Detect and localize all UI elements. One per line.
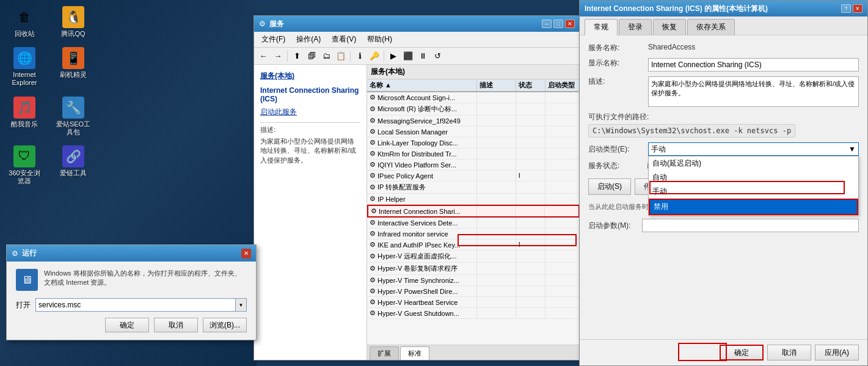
props-cancel-button[interactable]: 取消 (767, 345, 811, 361)
service-row[interactable]: ⚙IP 转换配置服务 (367, 181, 580, 194)
service-row[interactable]: ⚙Infrared monitor service (367, 229, 580, 240)
service-row[interactable]: ⚙Link-Layer Topology Disc... (367, 137, 580, 148)
service-row[interactable]: ⚙Internet Connection Shari... (367, 205, 580, 218)
toolbar-btn2[interactable]: 🗐 (305, 49, 318, 63)
service-icon: ⚙ (370, 219, 376, 227)
toolbar-btn4[interactable]: 📋 (334, 49, 348, 63)
tab-expand[interactable]: 扩展 (370, 346, 399, 360)
menu-action[interactable]: 操作(A) (291, 33, 326, 46)
tab-recovery[interactable]: 恢复 (653, 19, 686, 35)
service-row[interactable]: ⚙IP Helper (367, 194, 580, 205)
services-close-button[interactable]: ✕ (565, 20, 575, 28)
tab-login[interactable]: 登录 (619, 19, 652, 35)
desktop-icon-360[interactable]: 🛡 360安全浏览器 (6, 145, 43, 185)
toolbar-pause[interactable]: ⏸ (416, 49, 429, 63)
toolbar-stop[interactable]: ⬛ (401, 49, 415, 63)
col-header-status[interactable]: 状态 (516, 79, 545, 91)
services-content: 服务(本地) Internet Connection Sharing (ICS)… (254, 65, 580, 360)
service-row[interactable]: ⚙IPsec Policy Agent I (367, 170, 580, 181)
startup-dropdown-list: 自动(延迟启动) 自动 手动 禁用 (648, 156, 859, 216)
props-ok-button[interactable]: 确定 (720, 345, 764, 361)
service-row[interactable]: ⚙Microsoft Account Sign-i... (367, 92, 580, 103)
run-combo-arrow[interactable]: ▼ (236, 298, 247, 312)
desktop-icon-seo[interactable]: 🔧 爱站SEO工具包 (55, 97, 92, 136)
service-row[interactable]: ⚙Hyper-V PowerShell Dire... (367, 286, 580, 297)
service-icon: ⚙ (370, 265, 376, 273)
service-row[interactable]: ⚙Hyper-V Heartbeat Service (367, 297, 580, 308)
service-row[interactable]: ⚙KtmRm for Distributed Tr... (367, 148, 580, 159)
toolbar-forward[interactable]: → (271, 49, 285, 63)
dropdown-option-manual[interactable]: 手动 (649, 185, 858, 199)
tab-standard[interactable]: 标准 (400, 346, 429, 360)
service-row[interactable]: ⚙Interactive Services Dete... (367, 218, 580, 229)
service-row[interactable]: ⚙IQIYI Video Platform Ser... (367, 159, 580, 170)
desktop-icon-qq[interactable]: 🐧 腾讯QQ (55, 6, 92, 38)
services-list: ⚙Microsoft Account Sign-i... ⚙Microsoft … (367, 92, 580, 345)
service-name-cell: KtmRm for Distributed Tr... (377, 150, 457, 158)
dropdown-option-disabled[interactable]: 禁用 (649, 199, 858, 215)
dropdown-option-auto[interactable]: 自动 (649, 170, 858, 185)
startup-type-dropdown[interactable]: 手动 ▼ 自动(延迟启动) 自动 手动 禁用 (648, 142, 859, 156)
desktop-icon-chain[interactable]: 🔗 爱链工具 (55, 145, 92, 185)
run-cancel-button[interactable]: 取消 (154, 318, 198, 332)
service-status-cell (516, 115, 545, 126)
service-row[interactable]: ⚙MessagingService_1f92e49 (367, 115, 580, 126)
toolbar-btn3[interactable]: 🗂 (319, 49, 333, 63)
service-action-link[interactable]: 启动此服务 (260, 107, 360, 117)
service-start-cell (545, 181, 580, 193)
service-row[interactable]: ⚙Local Session Manager (367, 126, 580, 137)
run-input-container: ▼ (35, 298, 247, 312)
desc-field-textarea[interactable]: 为家庭和小型办公网络提供网络地址转换、寻址、名称解析和/或入侵保护服务。 (648, 76, 859, 107)
service-row[interactable]: ⚙Hyper-V 远程桌面虚拟化... (367, 251, 580, 263)
props-close-button[interactable]: ✕ (853, 4, 863, 13)
services-maximize-button[interactable]: □ (553, 20, 563, 28)
menu-help[interactable]: 帮助(H) (362, 33, 397, 46)
desktop-icon-recycle[interactable]: 🗑 回收站 (6, 6, 43, 38)
ie-icon: 🌐 (13, 47, 35, 69)
start-button[interactable]: 启动(S) (588, 178, 631, 195)
run-close-button[interactable]: ✕ (241, 249, 251, 258)
menu-file[interactable]: 文件(F) (257, 33, 290, 46)
desktop-icon-brush[interactable]: 📱 刷机精灵 (55, 47, 92, 87)
display-name-input[interactable] (648, 58, 859, 71)
toolbar-restart[interactable]: ↺ (431, 49, 444, 63)
service-desc-cell (477, 206, 516, 216)
run-browse-button[interactable]: 浏览(B)... (203, 318, 247, 332)
service-row[interactable]: ⚙Hyper-V 卷影复制请求程序 (367, 263, 580, 275)
tab-general[interactable]: 常规 (585, 19, 618, 35)
toolbar-info[interactable]: ℹ (353, 49, 367, 63)
startup-type-selected[interactable]: 手动 ▼ (648, 142, 859, 156)
desktop-icon-music[interactable]: 🎵 酷我音乐 (6, 97, 43, 136)
service-icon: ⚙ (370, 230, 376, 238)
col-header-name[interactable]: 名称 ▲ (367, 79, 477, 91)
service-row[interactable]: ⚙Hyper-V Guest Shutdown... (367, 308, 580, 319)
divider (260, 122, 360, 123)
service-desc-cell (477, 251, 516, 262)
service-row[interactable]: ⚙Microsoft (R) 诊断中心标... (367, 103, 580, 115)
service-icon: ⚙ (370, 276, 376, 284)
service-row[interactable]: ⚙Hyper-V Time Synchroniz... (367, 275, 580, 286)
dropdown-option-auto-delayed[interactable]: 自动(延迟启动) (649, 156, 858, 170)
toolbar-play[interactable]: ▶ (387, 49, 400, 63)
toolbar-upfolder[interactable]: ⬆ (290, 49, 304, 63)
col-header-start[interactable]: 启动类型 (545, 79, 580, 91)
toolbar-back[interactable]: ← (257, 49, 270, 63)
toolbar-btn5[interactable]: 🔑 (368, 49, 381, 63)
service-name-cell: IPsec Policy Agent (377, 172, 433, 180)
props-apply-button[interactable]: 应用(A) (815, 345, 859, 361)
tab-dependencies[interactable]: 依存关系 (687, 19, 735, 35)
services-minimize-button[interactable]: ─ (542, 20, 552, 28)
chain-label: 爱链工具 (60, 169, 87, 177)
run-command-input[interactable] (35, 298, 236, 312)
props-help-button[interactable]: ? (841, 4, 851, 13)
start-params-input[interactable] (642, 219, 859, 232)
startup-selected-text: 手动 (651, 144, 666, 155)
service-desc-cell (477, 92, 516, 103)
service-start-cell (545, 263, 580, 274)
col-header-desc[interactable]: 描述 (477, 79, 516, 91)
desktop-icon-ie[interactable]: 🌐 Internet Explorer (6, 47, 43, 87)
menu-view[interactable]: 查看(V) (327, 33, 361, 46)
service-row[interactable]: ⚙IKE and AuthIP IPsec Key... I (367, 240, 580, 251)
service-name-cell: Hyper-V 远程桌面虚拟化... (377, 252, 457, 261)
run-ok-button[interactable]: 确定 (105, 318, 149, 332)
